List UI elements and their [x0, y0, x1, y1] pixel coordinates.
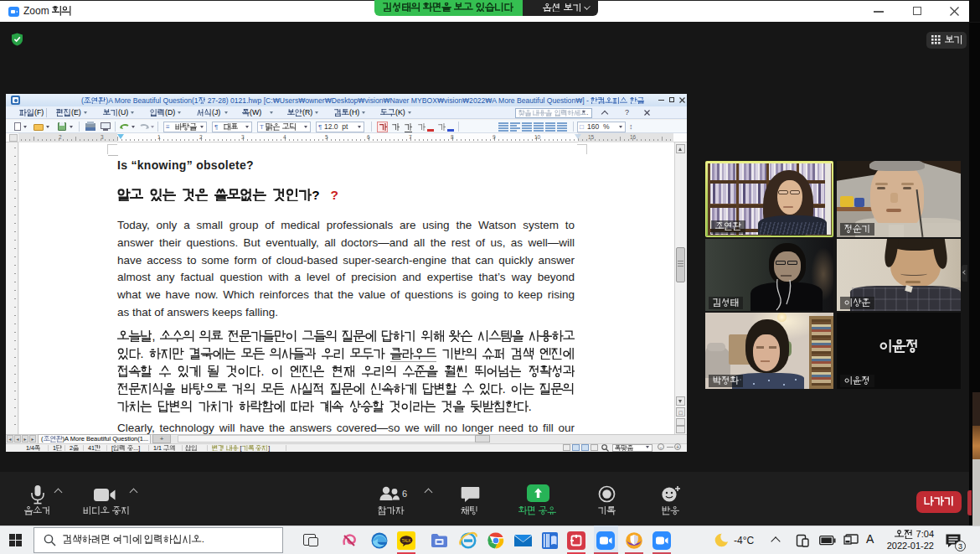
- svg-text:TALK: TALK: [401, 539, 411, 543]
